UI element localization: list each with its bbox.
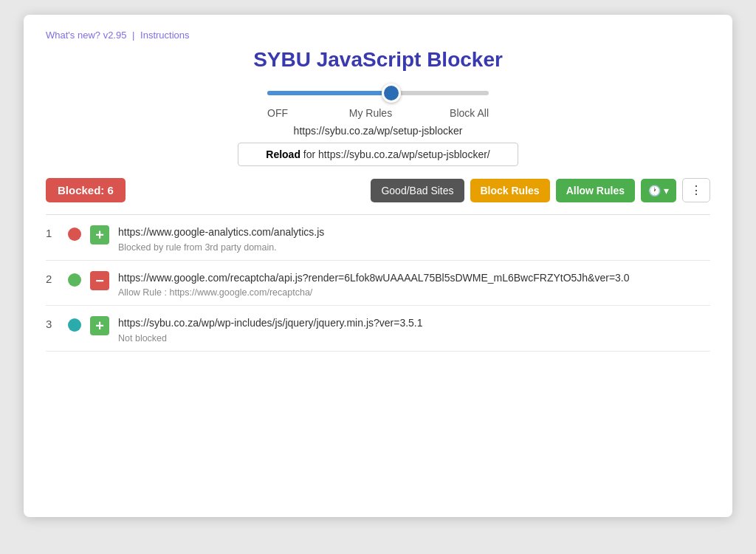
slider-labels: OFF My Rules Block All — [267, 107, 489, 119]
app-title: SYBU JavaScript Blocker — [46, 48, 710, 72]
clock-chevron: ▾ — [664, 185, 669, 196]
add-rule-button[interactable]: + — [90, 225, 109, 244]
script-status: Allow Rule : https://www.google.com/reca… — [118, 287, 710, 298]
instructions-link[interactable]: Instructions — [140, 30, 189, 41]
script-status: Blocked by rule from 3rd party domain. — [118, 242, 710, 253]
block-rules-button[interactable]: Block Rules — [470, 179, 550, 202]
reload-box[interactable]: Reload for https://sybu.co.za/wp/setup-j… — [238, 143, 518, 166]
slider-thumb[interactable] — [382, 83, 401, 103]
separator: | — [132, 30, 134, 41]
script-info: https://sybu.co.za/wp/wp-includes/js/jqu… — [118, 316, 710, 343]
reload-label: Reload — [266, 148, 300, 160]
status-dot — [68, 273, 81, 287]
reload-url: for https://sybu.co.za/wp/setup-jsblocke… — [303, 148, 490, 160]
script-info: https://www.google-analytics.com/analyti… — [118, 225, 710, 253]
reload-bar: Reload for https://sybu.co.za/wp/setup-j… — [46, 143, 710, 166]
blocked-badge: Blocked: 6 — [46, 178, 126, 202]
slider-label-off: OFF — [267, 107, 312, 119]
slider-label-blockall: Block All — [430, 107, 489, 119]
toolbar: Blocked: 6 Good/Bad Sites Block Rules Al… — [46, 178, 710, 202]
status-dot — [68, 228, 81, 241]
script-url: https://www.google.com/recaptcha/api.js?… — [118, 271, 710, 286]
script-url: https://sybu.co.za/wp/wp-includes/js/jqu… — [118, 316, 710, 331]
slider-label-myrules: My Rules — [334, 107, 408, 119]
script-status: Not blocked — [118, 333, 710, 343]
row-number: 3 — [46, 318, 59, 330]
script-row: 3+https://sybu.co.za/wp/wp-includes/js/j… — [46, 306, 710, 352]
slider-fill — [267, 91, 391, 95]
script-list: 1+https://www.google-analytics.com/analy… — [46, 215, 710, 352]
row-number: 2 — [46, 273, 59, 285]
remove-rule-button[interactable]: − — [90, 271, 109, 290]
more-button[interactable]: ⋮ — [682, 178, 710, 202]
slider-track[interactable] — [267, 82, 489, 104]
script-row: 2−https://www.google.com/recaptcha/api.j… — [46, 261, 710, 307]
top-links: What's new? v2.95 | Instructions — [46, 30, 710, 41]
row-number: 1 — [46, 227, 59, 239]
popup-container: What's new? v2.95 | Instructions SYBU Ja… — [24, 15, 732, 517]
current-url: https://sybu.co.za/wp/setup-jsblocker — [46, 125, 710, 137]
whats-new-link[interactable]: What's new? v2.95 — [46, 30, 126, 41]
script-url: https://www.google-analytics.com/analyti… — [118, 225, 710, 240]
script-row: 1+https://www.google-analytics.com/analy… — [46, 215, 710, 261]
good-bad-sites-button[interactable]: Good/Bad Sites — [371, 179, 464, 202]
clock-button[interactable]: 🕐 ▾ — [641, 179, 676, 202]
allow-rules-button[interactable]: Allow Rules — [556, 179, 635, 202]
add-rule-button[interactable]: + — [90, 316, 109, 335]
slider-section: OFF My Rules Block All — [46, 82, 710, 119]
script-info: https://www.google.com/recaptcha/api.js?… — [118, 271, 710, 298]
status-dot — [68, 318, 81, 332]
clock-icon: 🕐 — [648, 185, 661, 196]
